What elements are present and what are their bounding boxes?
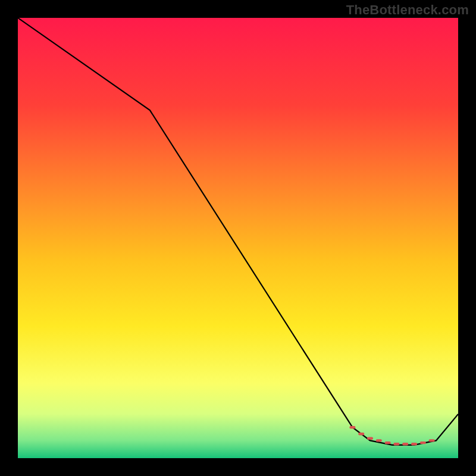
plot-area	[18, 18, 458, 458]
marker-dot	[349, 426, 355, 428]
marker-dot	[376, 439, 382, 441]
chart-svg	[18, 18, 458, 458]
marker-dot	[420, 441, 426, 444]
chart-container: TheBottleneck.com	[0, 0, 476, 476]
marker-dot	[411, 443, 417, 445]
gradient-background	[18, 18, 458, 458]
marker-dot	[385, 441, 391, 444]
marker-dot	[402, 443, 408, 445]
watermark-text: TheBottleneck.com	[346, 2, 469, 18]
marker-dot	[358, 433, 364, 435]
marker-dot	[393, 443, 399, 445]
marker-dot	[429, 439, 435, 441]
marker-dot	[367, 437, 373, 440]
